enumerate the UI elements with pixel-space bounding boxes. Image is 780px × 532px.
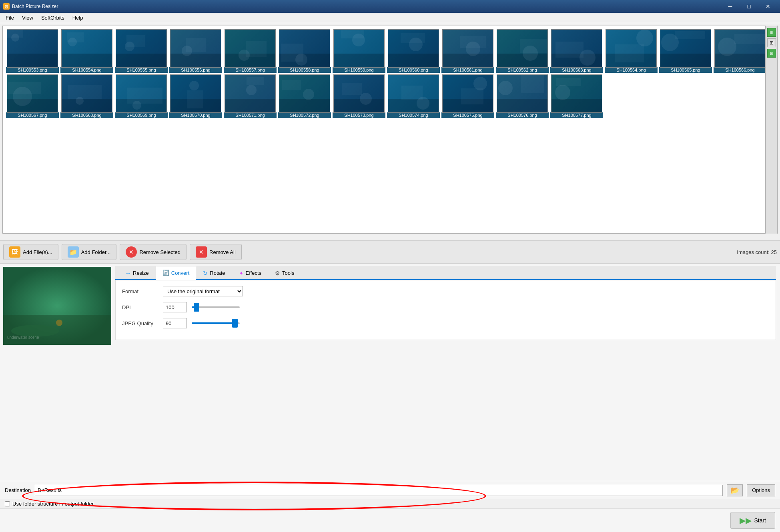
svg-rect-15 [279, 54, 330, 68]
options-button[interactable]: Options [747, 484, 775, 496]
svg-rect-14 [246, 41, 267, 57]
svg-point-28 [523, 46, 538, 61]
menu-file[interactable]: File [2, 14, 18, 22]
list-item[interactable]: SH100554.png [60, 29, 113, 73]
jpeg-slider-container [192, 322, 240, 324]
list-item[interactable]: SH100567.png [6, 74, 59, 118]
menu-view[interactable]: View [18, 14, 37, 22]
resize-icon: ↔ [125, 270, 131, 276]
svg-rect-0 [7, 54, 58, 68]
svg-point-52 [189, 81, 199, 90]
svg-rect-35 [615, 44, 644, 62]
rotate-label: Rotate [210, 270, 225, 276]
list-item[interactable]: SH100556.png [169, 29, 222, 73]
sidebar-icon-1[interactable]: ≡ [767, 28, 776, 37]
svg-rect-20 [341, 30, 364, 38]
svg-rect-68 [461, 88, 483, 104]
list-item[interactable]: SH100553.png [6, 29, 59, 73]
dpi-row: DPI [122, 302, 769, 312]
add-folder-button[interactable]: 📁 Add Folder... [62, 244, 117, 260]
list-item[interactable]: SH100560.png [387, 29, 440, 73]
image-filename: SH100565.png [659, 67, 712, 73]
maximize-button[interactable]: □ [740, 0, 758, 13]
destination-label: Destination [5, 487, 31, 493]
add-files-button[interactable]: 🖼 Add File(s)... [3, 244, 58, 260]
dpi-slider-track [192, 306, 240, 308]
remove-all-button[interactable]: ✕ Remove All [190, 244, 242, 260]
list-item[interactable]: SH100558.png [278, 29, 331, 73]
image-filename: SH100554.png [60, 67, 113, 73]
start-icon: ▶▶ [740, 516, 752, 525]
format-label: Format [122, 288, 158, 294]
jpeg-slider-fill [192, 322, 235, 324]
start-button[interactable]: ▶▶ Start [730, 512, 775, 529]
minimize-button[interactable]: ─ [721, 0, 739, 13]
dpi-input[interactable] [163, 302, 187, 312]
jpeg-quality-input[interactable] [163, 318, 187, 328]
sidebar-icon-3[interactable]: ⊞ [767, 49, 776, 58]
jpeg-slider-track [192, 322, 240, 324]
list-item[interactable]: SH100557.png [224, 29, 277, 73]
jpeg-slider-thumb[interactable] [232, 319, 238, 328]
destination-container: Destination 📂 Options Use folder structu… [0, 481, 780, 508]
folder-structure-label: Use folder structure in output folder [12, 501, 94, 507]
list-item[interactable]: SH100563.png [550, 29, 603, 73]
svg-rect-48 [116, 99, 167, 113]
tab-resize[interactable]: ↔ Resize [118, 266, 156, 280]
dpi-slider-thumb[interactable] [194, 303, 199, 312]
browse-button[interactable]: 📂 [727, 484, 743, 496]
close-button[interactable]: ✕ [759, 0, 777, 13]
preview-image: underwater scene [3, 267, 111, 345]
list-item[interactable]: SH100574.png [387, 74, 440, 118]
image-filename: SH100560.png [387, 67, 440, 73]
folder-structure-checkbox[interactable] [5, 501, 10, 506]
image-filename: SH100556.png [169, 67, 222, 73]
svg-rect-74 [556, 78, 581, 86]
remove-selected-button[interactable]: ✕ Remove Selected [120, 244, 186, 260]
format-select[interactable]: Use the original format JPEG PNG BMP TIF… [163, 286, 243, 296]
menu-bar: File View SoftOrbits Help [0, 13, 780, 23]
list-item[interactable]: SH100564.png [605, 29, 658, 73]
list-item[interactable]: SH100577.png [550, 74, 603, 118]
image-filename: SH100577.png [550, 112, 603, 118]
menu-softorbits[interactable]: SoftOrbits [37, 14, 68, 22]
list-item[interactable]: SH100561.png [441, 29, 494, 73]
svg-rect-69 [497, 99, 548, 113]
tab-effects[interactable]: ✦ Effects [232, 266, 269, 280]
destination-input[interactable] [35, 485, 723, 496]
list-item[interactable]: SH100572.png [278, 74, 331, 118]
list-item[interactable]: SH100566.png [714, 29, 766, 73]
image-filename: SH100553.png [6, 67, 59, 73]
tab-convert[interactable]: 🔄 Convert [156, 266, 197, 280]
svg-rect-2 [7, 30, 23, 38]
destination-row: Destination 📂 Options [0, 481, 780, 499]
list-item[interactable]: SH100571.png [224, 74, 277, 118]
list-item[interactable]: SH100559.png [333, 29, 385, 73]
tab-rotate[interactable]: ↻ Rotate [196, 266, 232, 280]
list-item[interactable]: SH100576.png [496, 74, 549, 118]
list-item[interactable]: SH100568.png [60, 74, 113, 118]
image-filename: SH100568.png [60, 112, 113, 118]
jpeg-quality-label: JPEG Quality [122, 320, 158, 326]
svg-point-7 [125, 42, 134, 51]
add-files-icon: 🖼 [9, 246, 20, 258]
svg-rect-29 [520, 39, 547, 53]
checkbox-row: Use folder structure in output folder [0, 499, 780, 508]
svg-rect-3 [62, 54, 112, 68]
svg-rect-66 [443, 99, 493, 113]
list-item[interactable]: SH100565.png [659, 29, 712, 73]
list-item[interactable]: SH100569.png [115, 74, 168, 118]
svg-rect-36 [660, 54, 711, 68]
list-item[interactable]: SH100573.png [333, 74, 385, 118]
svg-point-55 [246, 85, 257, 95]
image-filename: SH100564.png [605, 67, 658, 73]
list-item[interactable]: SH100555.png [115, 29, 168, 73]
menu-help[interactable]: Help [68, 14, 87, 22]
list-item[interactable]: SH100575.png [441, 74, 494, 118]
tab-tools[interactable]: ⚙ Tools [268, 266, 301, 280]
sidebar-icon-2[interactable]: ⊞ [767, 38, 776, 47]
svg-rect-23 [401, 33, 425, 43]
list-item[interactable]: SH100570.png [169, 74, 222, 118]
list-item[interactable]: SH100562.png [496, 29, 549, 73]
image-filename: SH100557.png [224, 67, 277, 73]
